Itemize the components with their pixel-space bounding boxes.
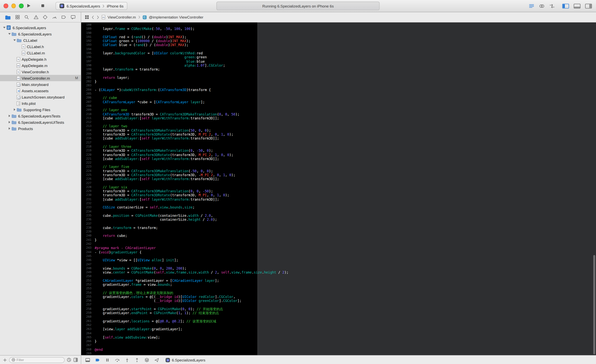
test-icon[interactable] <box>43 15 48 20</box>
standard-editor-icon[interactable] <box>529 3 535 8</box>
line-number[interactable]: 203 <box>81 84 91 88</box>
file-row[interactable]: 6.SpecializedLayersTests <box>0 113 81 119</box>
minimize-window-button[interactable] <box>11 4 16 8</box>
file-row[interactable]: 6.SpecializedLayersUITests <box>0 119 81 125</box>
line-number[interactable]: 227 <box>81 181 91 185</box>
line-number[interactable]: 196 <box>81 55 91 59</box>
line-number[interactable]: 252 <box>81 282 91 287</box>
line-number[interactable]: 217 <box>81 141 91 145</box>
jumpbar-file[interactable]: ViewController.m <box>108 15 136 19</box>
line-number[interactable]: 260 <box>81 315 91 319</box>
source-control-status-icon[interactable] <box>73 357 78 362</box>
debug-icon[interactable] <box>52 15 57 20</box>
line-number[interactable]: 228 <box>81 185 91 189</box>
source-editor[interactable]: 188189 layer.frame = CGRectMake(-50, -50… <box>81 22 596 355</box>
line-number[interactable]: 225 <box>81 173 91 177</box>
file-row[interactable]: Products <box>0 125 81 132</box>
line-number[interactable]: 257 <box>81 303 91 307</box>
line-number[interactable]: 254 <box>81 291 91 295</box>
line-number[interactable]: 243 <box>81 246 91 250</box>
view-hierarchy-icon[interactable] <box>144 357 149 362</box>
line-number[interactable]: 239 <box>81 230 91 234</box>
navigator-panel-icon[interactable] <box>562 3 569 8</box>
line-number[interactable]: 237 <box>81 222 91 226</box>
simulate-location-icon[interactable] <box>154 357 159 362</box>
file-row[interactable]: LaunchScreen.storyboard <box>0 94 81 100</box>
line-number[interactable]: 224 <box>81 169 91 173</box>
line-number[interactable]: 262 <box>81 323 91 327</box>
line-number[interactable]: 232 <box>81 201 91 206</box>
file-row[interactable]: ViewController.h <box>0 69 81 75</box>
line-number[interactable]: 235 <box>81 214 91 218</box>
breakpoint-icon[interactable] <box>61 15 67 20</box>
line-number[interactable]: 211 <box>81 116 91 120</box>
line-number[interactable]: 199 <box>81 67 91 72</box>
line-number[interactable]: 248 <box>81 267 91 271</box>
disclosure-triangle[interactable] <box>13 108 16 111</box>
line-number[interactable]: 220 <box>81 153 91 157</box>
file-row[interactable]: CLLabel.h <box>0 43 81 50</box>
file-row[interactable]: AppDelegate.m <box>0 62 81 69</box>
scheme-selector[interactable]: 6.SpecializedLayers iPhone 6s <box>56 2 127 10</box>
line-number[interactable]: 201 <box>81 76 91 80</box>
line-number[interactable]: 255 <box>81 295 91 299</box>
line-number[interactable]: 212 <box>81 120 91 124</box>
run-button[interactable] <box>26 3 31 8</box>
forward-icon[interactable] <box>97 15 99 19</box>
file-row[interactable]: Info.plist <box>0 100 81 106</box>
scrollbar-thumb[interactable] <box>593 255 595 354</box>
back-icon[interactable] <box>91 15 94 19</box>
zoom-window-button[interactable] <box>19 4 23 8</box>
line-number[interactable]: 265 <box>81 335 91 340</box>
line-number[interactable]: 188 <box>81 23 91 27</box>
line-number[interactable]: 264 <box>81 331 91 335</box>
file-row[interactable]: 6.SpecializedLayers <box>0 31 81 37</box>
line-number[interactable]: 210 <box>81 112 91 116</box>
line-number[interactable]: 219 <box>81 149 91 153</box>
disclosure-triangle[interactable] <box>7 115 11 117</box>
line-number[interactable]: 214 <box>81 128 91 133</box>
line-number[interactable]: 263 <box>81 327 91 332</box>
pause-icon[interactable] <box>105 357 110 362</box>
disclosure-triangle[interactable] <box>7 121 11 123</box>
line-number[interactable]: 191 <box>81 35 91 39</box>
disclosure-triangle[interactable] <box>2 27 6 28</box>
line-number[interactable]: 245 <box>81 254 91 258</box>
line-number[interactable]: 268 <box>81 348 91 352</box>
line-number[interactable]: 218 <box>81 145 91 149</box>
line-number[interactable]: 261 <box>81 319 91 323</box>
file-row[interactable]: CLLabel <box>0 37 81 43</box>
line-number[interactable]: 230 <box>81 193 91 197</box>
project-navigator-icon[interactable] <box>5 15 11 20</box>
line-number[interactable]: 200 <box>81 72 91 76</box>
step-out-icon[interactable] <box>134 357 140 362</box>
line-number[interactable]: 192 <box>81 39 91 43</box>
line-number[interactable]: 226 <box>81 177 91 181</box>
line-number[interactable]: 236 <box>81 218 91 222</box>
file-row[interactable]: 6.SpecializedLayers <box>0 24 81 31</box>
line-number[interactable]: 197 <box>81 59 91 63</box>
line-number[interactable]: 234 <box>81 209 91 214</box>
filter-input[interactable] <box>16 358 62 362</box>
file-row[interactable]: ViewController.mM <box>0 75 81 81</box>
line-number[interactable]: 213 <box>81 124 91 128</box>
file-row[interactable]: CLLabel.m <box>0 50 81 56</box>
report-icon[interactable] <box>71 15 76 20</box>
disclosure-triangle[interactable] <box>13 39 16 41</box>
line-number[interactable]: 221 <box>81 157 91 161</box>
line-number[interactable]: 216 <box>81 137 91 141</box>
related-items-icon[interactable] <box>85 15 89 19</box>
line-number[interactable]: 206 <box>81 96 91 100</box>
debug-area-panel-icon[interactable] <box>574 3 581 8</box>
disclosure-triangle[interactable] <box>7 33 11 35</box>
line-number[interactable]: 231 <box>81 197 91 202</box>
debug-location[interactable]: 6.SpecializedLayers <box>165 358 205 362</box>
file-row[interactable]: Main.storyboard <box>0 81 81 88</box>
file-row[interactable]: Assets.xcassets <box>0 88 81 94</box>
line-number[interactable]: 195 <box>81 51 91 55</box>
line-number[interactable]: 246 <box>81 258 91 262</box>
stop-button[interactable] <box>41 4 45 8</box>
line-number[interactable]: 198 <box>81 63 91 67</box>
issue-icon[interactable] <box>33 15 38 20</box>
line-number[interactable]: 229 <box>81 189 91 193</box>
